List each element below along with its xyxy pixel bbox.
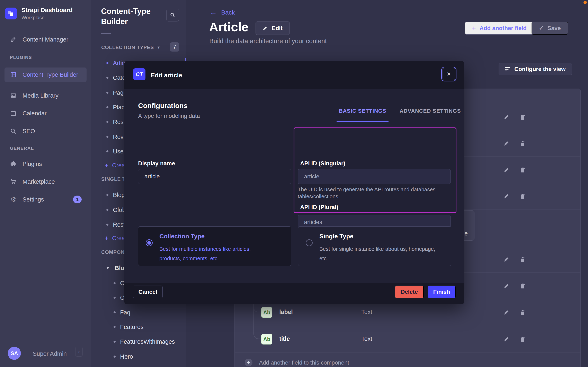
api-id-singular-input[interactable] <box>298 169 451 184</box>
item-label: Cate <box>113 75 125 81</box>
edit-field-icon[interactable] <box>503 114 510 121</box>
sidebar-item-label: Content-Type Builder <box>23 71 78 78</box>
sidebar-item-media-library[interactable]: Media Library <box>5 88 87 103</box>
add-another-field-button[interactable]: + Add another field <box>465 22 533 34</box>
edit-field-icon[interactable] <box>503 193 510 200</box>
tabs-divider <box>138 122 454 122</box>
bullet-icon <box>114 311 116 313</box>
item-label: Hero <box>120 353 133 360</box>
delete-button[interactable]: Delete <box>395 286 424 298</box>
component-item[interactable]: Hero <box>91 350 186 363</box>
delete-field-icon[interactable] <box>519 282 526 290</box>
sidebar-item-label: SEO <box>23 128 35 135</box>
edit-article-modal: CT Edit article ✕ Configurations A type … <box>124 61 464 304</box>
cancel-button[interactable]: Cancel <box>133 286 163 298</box>
cart-icon <box>10 179 17 185</box>
edit-field-icon[interactable] <box>503 282 510 290</box>
delete-field-icon[interactable] <box>519 114 526 121</box>
back-link[interactable]: ← Back <box>210 8 235 17</box>
bullet-icon <box>106 136 108 138</box>
bullet-icon <box>106 194 108 196</box>
item-label: Features <box>120 324 143 330</box>
collection-types-header[interactable]: COLLECTION TYPES ▼ <box>101 45 161 50</box>
delete-field-icon[interactable] <box>519 166 526 174</box>
bullet-icon <box>106 62 108 64</box>
sidebar-item-content-type-builder[interactable]: Content-Type Builder <box>5 67 87 82</box>
item-label: FeaturesWithImages <box>120 338 175 345</box>
sidebar-item-calendar[interactable]: Calendar <box>5 106 87 120</box>
tab-basic-settings[interactable]: BASIC SETTINGS <box>337 108 389 114</box>
close-icon: ✕ <box>447 71 451 77</box>
calendar-icon <box>10 110 17 117</box>
edit-field-icon[interactable] <box>503 309 510 316</box>
workspace-title: Strapi Dashboard <box>22 7 73 14</box>
search-button[interactable] <box>166 9 179 21</box>
api-id-plural-label: API ID (Plural) <box>300 204 338 210</box>
sidebar-item-label: Content Manager <box>23 36 68 43</box>
item-label: Rest <box>113 119 125 125</box>
field-type: Text <box>361 309 372 316</box>
save-button[interactable]: ✓ Save <box>531 22 568 34</box>
active-tab-underline <box>337 121 389 122</box>
component-item[interactable]: Features <box>91 321 186 333</box>
configure-view-button[interactable]: Configure the view <box>499 63 572 75</box>
edit-field-icon[interactable] <box>503 140 510 147</box>
close-button[interactable]: ✕ <box>443 68 455 80</box>
avatar[interactable]: SA <box>8 347 21 360</box>
tab-advanced-settings[interactable]: ADVANCED SETTINGS <box>400 108 461 114</box>
chevron-left-icon: ‹ <box>78 349 80 355</box>
arrow-left-icon: ← <box>210 8 217 17</box>
sidebar-section-general: GENERAL <box>10 146 34 151</box>
bullet-icon <box>106 106 108 108</box>
modal-body: Configurations A type for modeling data … <box>124 89 464 283</box>
bullet-icon <box>114 326 116 328</box>
pencil-icon <box>263 25 268 31</box>
chevron-down-icon: ▼ <box>106 266 110 270</box>
display-name-label: Display name <box>138 160 175 167</box>
sidebar-divider <box>0 27 91 27</box>
edit-field-icon[interactable] <box>503 256 510 263</box>
configurations-heading: Configurations <box>138 102 188 110</box>
media-library-icon <box>10 92 17 99</box>
field-type: Text <box>361 335 372 342</box>
component-item[interactable]: Faq <box>91 306 186 318</box>
delete-field-icon[interactable] <box>519 140 526 147</box>
field-name: label <box>279 309 293 316</box>
workspace-logo[interactable]: Strapi Dashboard Workplace <box>5 7 73 20</box>
radio-unselected-icon[interactable] <box>306 239 313 246</box>
bullet-icon <box>106 77 108 79</box>
collapse-sidebar-button[interactable]: ‹ <box>75 347 83 357</box>
display-name-input[interactable] <box>138 169 291 184</box>
single-type-title: Single Type <box>319 233 353 240</box>
delete-field-icon[interactable] <box>519 193 526 200</box>
field-type-badge: Ab <box>261 334 272 344</box>
sidebar-item-content-manager[interactable]: Content Manager <box>5 32 87 47</box>
delete-field-icon[interactable] <box>519 309 526 316</box>
finish-button[interactable]: Finish <box>428 286 456 298</box>
delete-field-icon[interactable] <box>519 336 526 343</box>
edit-button[interactable]: Edit <box>256 21 290 35</box>
component-item[interactable]: FeaturesWithImages <box>91 335 186 348</box>
sidebar-item-seo[interactable]: SEO <box>5 124 87 138</box>
collection-type-title: Collection Type <box>159 233 205 240</box>
chevron-down-icon: ▼ <box>157 45 161 50</box>
plus-icon: + <box>472 24 476 32</box>
sidebar-item-settings[interactable]: ⚙ Settings 1 <box>5 192 87 207</box>
radio-selected-icon[interactable] <box>146 239 153 246</box>
sidebar-item-marketplace[interactable]: Marketplace <box>5 175 87 189</box>
single-type-card[interactable]: Single Type Best for single instance lik… <box>298 226 451 266</box>
page-subtitle: Build the data architecture of your cont… <box>209 37 327 45</box>
search-icon <box>170 12 175 18</box>
item-label: Blog <box>113 192 125 199</box>
add-field-row[interactable]: + Add another field to this component <box>235 352 580 367</box>
edit-field-icon[interactable] <box>503 336 510 343</box>
collection-type-card[interactable]: Collection Type Best for multiple instan… <box>138 226 291 266</box>
item-label: Rest <box>113 221 125 228</box>
field-name: title <box>279 335 290 342</box>
plus-icon: + <box>105 234 108 242</box>
edit-field-icon[interactable] <box>503 166 510 174</box>
content-type-builder-icon <box>10 72 17 78</box>
delete-field-icon[interactable] <box>519 256 526 263</box>
components-header[interactable]: COMPONE <box>101 249 128 255</box>
sidebar-item-plugins[interactable]: Plugins <box>5 157 87 171</box>
